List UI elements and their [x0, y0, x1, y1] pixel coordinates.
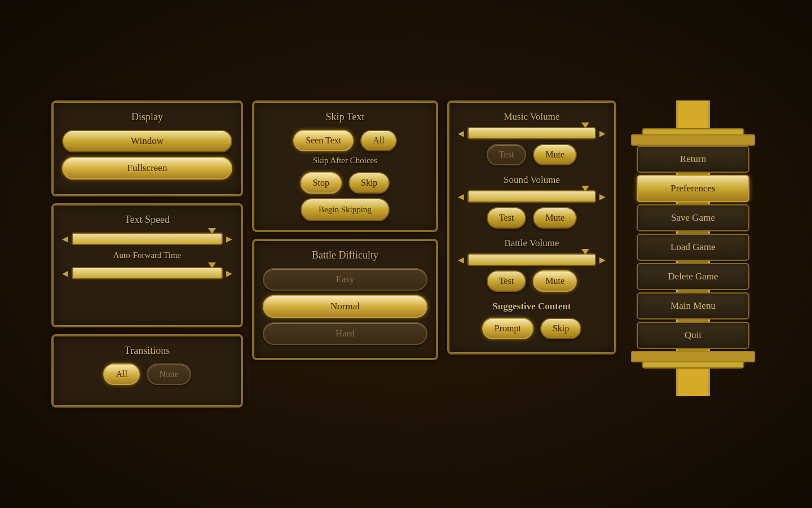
music-volume-section: Music Volume ◀ ▶ Test Mute	[458, 111, 606, 165]
skip-after-button[interactable]: Skip	[348, 172, 390, 194]
preferences-button[interactable]: Preferences	[637, 175, 749, 202]
nav-column: Return Preferences Save Game Load Game D…	[625, 100, 761, 396]
suggestive-content-section: Suggestive Content Prompt Skip	[458, 301, 606, 339]
display-panel: Display Window Fullscreen	[51, 100, 243, 196]
easy-button[interactable]: Easy	[263, 268, 427, 291]
bottom-ornament-svg	[631, 351, 755, 396]
battle-left-arrow[interactable]: ◀	[458, 255, 464, 265]
normal-button[interactable]: Normal	[263, 295, 427, 318]
return-button[interactable]: Return	[637, 146, 749, 173]
text-speed-slider-container: ◀ ▶	[62, 233, 232, 245]
music-volume-title: Music Volume	[458, 111, 606, 122]
music-right-arrow[interactable]: ▶	[599, 129, 606, 138]
load-game-button[interactable]: Load Game	[637, 234, 749, 261]
window-button[interactable]: Window	[62, 130, 232, 152]
fullscreen-button[interactable]: Fullscreen	[62, 157, 232, 179]
transitions-all-button[interactable]: All	[103, 364, 139, 385]
skip-text-title: Skip Text	[263, 111, 427, 123]
skip-after-choices-btn-row: Stop Skip	[263, 172, 427, 194]
transitions-title: Transitions	[62, 345, 232, 357]
sound-btn-row: Test Mute	[458, 207, 606, 229]
auto-forward-fill	[73, 268, 192, 278]
battle-mute-button[interactable]: Mute	[533, 270, 577, 292]
sound-volume-section: Sound Volume ◀ ▶ Test Mute	[458, 174, 606, 229]
battle-btn-row: Test Mute	[458, 270, 606, 292]
music-btn-row: Test Mute	[458, 144, 606, 165]
sound-test-button[interactable]: Test	[487, 207, 526, 229]
left-column: Display Window Fullscreen Text Speed ◀ ▶…	[51, 100, 243, 408]
delete-game-button[interactable]: Delete Game	[637, 263, 749, 290]
skip-text-btn-row: Seen Text All	[263, 130, 427, 151]
battle-track[interactable]	[467, 253, 596, 266]
skip-text-panel: Skip Text Seen Text All Skip After Choic…	[252, 100, 438, 232]
transitions-btn-row: All None	[62, 364, 232, 385]
auto-forward-title: Auto-Forward Time	[62, 251, 232, 260]
transitions-panel: Transitions All None	[51, 334, 243, 408]
battle-fill	[469, 255, 494, 265]
auto-forward-track[interactable]	[72, 267, 223, 279]
auto-forward-indicator	[208, 262, 216, 268]
transitions-none-button[interactable]: None	[147, 364, 191, 385]
text-speed-left-arrow[interactable]: ◀	[62, 234, 68, 244]
quit-button[interactable]: Quit	[637, 322, 749, 349]
battle-volume-section: Battle Volume ◀ ▶ Test Mute	[458, 238, 606, 292]
top-ornament-svg	[631, 100, 755, 146]
skip-all-button[interactable]: All	[360, 130, 396, 151]
battle-test-button[interactable]: Test	[487, 270, 526, 292]
battle-difficulty-panel: Battle Difficulty Easy Normal Hard	[252, 239, 438, 360]
begin-skipping-button[interactable]: Begin Skipping	[301, 198, 390, 221]
sound-fill	[469, 191, 494, 202]
svg-rect-6	[632, 135, 754, 144]
text-speed-track[interactable]	[72, 233, 223, 245]
sound-indicator	[581, 186, 589, 191]
content-area: Display Window Fullscreen Text Speed ◀ ▶…	[40, 89, 772, 419]
hard-button[interactable]: Hard	[263, 322, 427, 345]
music-test-button[interactable]: Test	[487, 144, 526, 165]
music-indicator	[581, 122, 589, 128]
text-speed-fill	[73, 234, 199, 244]
main-container: Display Window Fullscreen Text Speed ◀ ▶…	[0, 0, 812, 508]
music-fill	[469, 128, 494, 138]
battle-right-arrow[interactable]: ▶	[599, 255, 606, 265]
battle-indicator	[581, 249, 589, 255]
column-bottom-ornament	[631, 351, 755, 396]
sound-slider-container: ◀ ▶	[458, 190, 606, 203]
skip-after-choices-label: Skip After Choices	[263, 156, 427, 165]
begin-skipping-row: Begin Skipping	[263, 198, 427, 221]
main-menu-button[interactable]: Main Menu	[637, 292, 749, 319]
right-panel: Music Volume ◀ ▶ Test Mute Sound Volume	[447, 100, 616, 354]
battle-volume-title: Battle Volume	[458, 238, 606, 249]
display-title: Display	[62, 111, 232, 123]
text-speed-title: Text Speed	[62, 214, 232, 226]
stop-button[interactable]: Stop	[301, 172, 342, 194]
sound-mute-button[interactable]: Mute	[533, 207, 577, 229]
seen-text-button[interactable]: Seen Text	[293, 130, 354, 151]
music-track[interactable]	[467, 127, 596, 139]
music-slider-container: ◀ ▶	[458, 127, 606, 139]
save-game-button[interactable]: Save Game	[637, 204, 749, 231]
middle-column: Skip Text Seen Text All Skip After Choic…	[252, 100, 438, 360]
suggestive-skip-button[interactable]: Skip	[540, 318, 581, 339]
sound-volume-title: Sound Volume	[458, 174, 606, 186]
battle-difficulty-title: Battle Difficulty	[263, 249, 427, 261]
prompt-button[interactable]: Prompt	[482, 318, 533, 339]
music-mute-button[interactable]: Mute	[533, 144, 577, 165]
text-speed-panel: Text Speed ◀ ▶ Auto-Forward Time ◀	[51, 203, 243, 327]
auto-forward-slider-container: ◀ ▶	[62, 267, 232, 279]
auto-forward-right-arrow[interactable]: ▶	[226, 269, 232, 278]
suggestive-btn-row: Prompt Skip	[458, 318, 606, 339]
svg-rect-13	[632, 352, 754, 361]
text-speed-indicator	[208, 228, 216, 234]
column-top-ornament	[631, 100, 755, 146]
auto-forward-left-arrow[interactable]: ◀	[62, 269, 68, 278]
music-left-arrow[interactable]: ◀	[458, 129, 464, 138]
sound-left-arrow[interactable]: ◀	[458, 192, 464, 202]
sound-track[interactable]	[467, 190, 596, 203]
sound-right-arrow[interactable]: ▶	[599, 192, 606, 202]
battle-slider-container: ◀ ▶	[458, 253, 606, 266]
text-speed-right-arrow[interactable]: ▶	[226, 234, 232, 244]
suggestive-title: Suggestive Content	[458, 301, 606, 312]
